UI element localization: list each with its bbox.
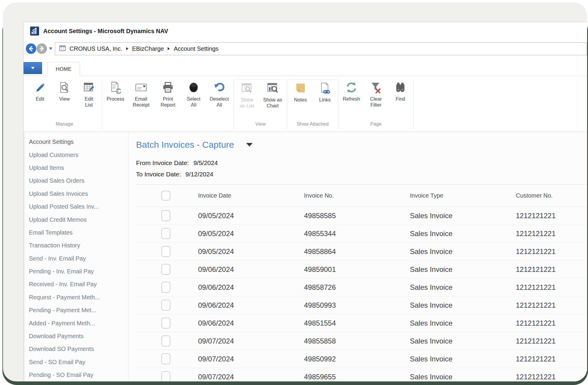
nav-window: Account Settings - Microsoft Dynamics NA… (23, 22, 587, 381)
page-title-dropdown-icon[interactable] (246, 143, 253, 147)
window-titlebar: Account Settings - Microsoft Dynamics NA… (24, 22, 587, 40)
breadcrumb-item-account-settings[interactable]: Account Settings (174, 45, 218, 52)
sidebar-item-pending-so-email-pay[interactable]: Pending - SO Email Pay (24, 369, 128, 381)
find-button[interactable]: Find (388, 80, 413, 103)
row-checkbox[interactable] (161, 228, 170, 239)
column-header-invoice-date[interactable]: Invoice Date (196, 192, 302, 199)
sidebar-item-transaction-history[interactable]: Transaction History (24, 239, 128, 252)
notes-button[interactable]: Notes (288, 81, 313, 104)
row-checkbox[interactable] (161, 353, 170, 364)
tab-home[interactable]: HOME (47, 62, 80, 76)
row-checkbox[interactable] (161, 371, 170, 381)
table-row[interactable]: 09/06/2024 49859001 Sales Invoice 121212… (136, 261, 587, 278)
row-checkbox[interactable] (161, 300, 170, 311)
sidebar-item-send-so-email-pay[interactable]: Send - SO Email Pay (24, 356, 128, 369)
row-checkbox[interactable] (161, 264, 170, 275)
sidebar-item-pending-inv-email-pay[interactable]: Pending - Inv. Email Pay (24, 265, 128, 278)
address-bar[interactable]: CRONUS USA, Inc. EBizCharge Account Sett… (55, 42, 587, 55)
table-row[interactable]: 09/06/2024 49850993 Sales Invoice 121212… (136, 296, 587, 314)
sidebar-item-pending-payment-method[interactable]: Pending - Payment Met... (24, 304, 128, 317)
deselect-all-button[interactable]: Deselect All (206, 80, 233, 108)
links-button[interactable]: Links (313, 81, 337, 104)
page-title[interactable]: Batch Invoices - Capture (136, 140, 234, 150)
table-row[interactable]: 09/07/2024 49859655 Sales Invoice 121212… (136, 368, 587, 381)
cell-customer-no: 1212121221 (513, 247, 587, 256)
table-row[interactable]: 09/05/2024 49855344 Sales Invoice 121212… (136, 225, 587, 243)
cell-invoice-type: Sales Invoice (408, 301, 513, 309)
sidebar-item-upload-items[interactable]: Upload Items (24, 161, 128, 174)
sidebar-item-download-payments[interactable]: Download Payments (24, 330, 128, 343)
cell-invoice-type: Sales Invoice (408, 319, 513, 327)
cell-customer-no: 1212121221 (513, 283, 587, 292)
edit-button[interactable]: Edit (28, 80, 52, 103)
email-receipt-icon (135, 80, 147, 95)
from-invoice-date-value[interactable]: 9/5/2024 (193, 159, 218, 167)
row-checkbox[interactable] (161, 335, 170, 346)
table-row[interactable]: 09/06/2024 49858726 Sales Invoice 121212… (136, 278, 587, 296)
sidebar-item-request-payment-method[interactable]: Request - Payment Meth... (24, 291, 128, 304)
invoice-table: Invoice Date Invoice No. Invoice Type Cu… (136, 184, 587, 381)
cell-invoice-no: 49859655 (302, 373, 408, 381)
row-checkbox[interactable] (161, 282, 170, 293)
table-row[interactable]: 09/05/2024 49858585 Sales Invoice 121212… (136, 207, 587, 225)
cell-invoice-no: 49855858 (302, 337, 408, 345)
cell-invoice-date: 09/05/2024 (196, 247, 302, 256)
edit-list-button[interactable]: Edit List (77, 80, 101, 108)
window-title: Account Settings - Microsoft Dynamics NA… (43, 28, 168, 35)
email-receipt-button[interactable]: Email Receipt (128, 80, 155, 108)
to-invoice-date-value[interactable]: 9/12/2024 (186, 171, 213, 178)
refresh-button[interactable]: Refresh (339, 80, 364, 103)
forward-button[interactable] (36, 43, 47, 54)
cell-invoice-date: 09/06/2024 (196, 283, 302, 292)
view-button[interactable]: View (52, 80, 77, 103)
table-row[interactable]: 09/07/2024 49850992 Sales Invoice 121212… (136, 350, 587, 368)
ribbon-group-divider (102, 79, 102, 129)
select-all-checkbox[interactable] (161, 191, 170, 201)
table-header-row: Invoice Date Invoice No. Invoice Type Cu… (136, 185, 587, 207)
navigation-history-caret-icon[interactable] (49, 47, 53, 50)
application-menu-button[interactable] (24, 62, 42, 74)
print-report-button[interactable]: Print Report (155, 80, 181, 108)
cell-invoice-no: 49859001 (302, 265, 408, 274)
breadcrumb-item-ebizcharge[interactable]: EBizCharge (132, 45, 164, 52)
links-icon (319, 81, 331, 96)
sidebar-item-download-so-payments[interactable]: Download SO Payments (24, 343, 128, 355)
cell-invoice-date: 09/07/2024 (196, 337, 302, 345)
sidebar-item-upload-sales-invoices[interactable]: Upload Sales Invoices (24, 187, 128, 200)
cell-invoice-date: 09/06/2024 (196, 301, 302, 309)
column-header-invoice-type[interactable]: Invoice Type (408, 192, 513, 199)
sidebar: Account Settings Upload Customers Upload… (24, 132, 129, 381)
ribbon-group-view: Show as List Show as Chart View (235, 76, 286, 132)
table-row[interactable]: 09/05/2024 49858864 Sales Invoice 121212… (136, 243, 587, 261)
sidebar-item-email-templates[interactable]: Email Templates (24, 226, 128, 239)
row-checkbox[interactable] (161, 318, 170, 329)
column-header-customer-no[interactable]: Customer No. (513, 192, 587, 199)
table-row[interactable]: 09/06/2024 49851554 Sales Invoice 121212… (136, 314, 587, 332)
sidebar-item-upload-credit-memos[interactable]: Upload Credit Memos (24, 213, 128, 226)
table-row[interactable]: 09/07/2024 49855858 Sales Invoice 121212… (136, 332, 587, 350)
show-as-chart-button[interactable]: Show as Chart (259, 81, 286, 109)
cell-invoice-no: 49858585 (302, 212, 408, 220)
sidebar-item-send-inv-email-pay[interactable]: Send - Inv. Email Pay (24, 252, 128, 265)
sidebar-item-added-payment-method[interactable]: Added - Payment Meth... (24, 317, 128, 329)
ribbon-group-divider (287, 79, 287, 129)
select-all-button[interactable]: Select All (181, 80, 206, 108)
clear-filter-button[interactable]: Clear Filter (364, 80, 388, 108)
cell-invoice-no: 49850992 (302, 355, 408, 363)
process-button[interactable]: Process (103, 80, 128, 103)
dynamics-nav-app-icon (30, 27, 39, 36)
row-checkbox[interactable] (161, 210, 170, 221)
sidebar-item-upload-sales-orders[interactable]: Upload Sales Orders (24, 174, 128, 187)
cell-invoice-type: Sales Invoice (408, 265, 513, 274)
ribbon-group-label-page: Page (339, 121, 413, 132)
column-header-invoice-no[interactable]: Invoice No. (302, 192, 408, 199)
select-all-icon (187, 80, 200, 95)
sidebar-item-upload-posted-sales-invoices[interactable]: Upload Posted Sales Inv... (24, 200, 128, 213)
sidebar-item-account-settings[interactable]: Account Settings (24, 135, 128, 148)
notes-icon (294, 81, 307, 96)
back-button[interactable] (26, 43, 36, 54)
row-checkbox[interactable] (161, 246, 170, 257)
sidebar-item-received-inv-email-pay[interactable]: Received - Inv. Email Pay (24, 278, 128, 291)
sidebar-item-upload-customers[interactable]: Upload Customers (24, 148, 128, 161)
breadcrumb-item-company[interactable]: CRONUS USA, Inc. (70, 45, 122, 52)
